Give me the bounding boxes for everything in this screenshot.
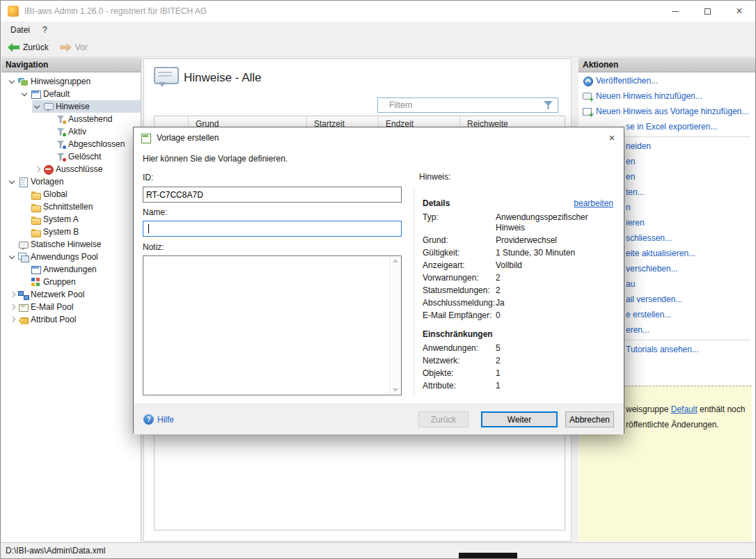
filter-funnel-icon[interactable]	[544, 101, 553, 109]
chevron-collapsed-icon[interactable]	[7, 301, 18, 313]
tree-item-attribut-pool[interactable]: Attribut Pool	[1, 313, 141, 326]
scroll-up-icon	[393, 259, 398, 262]
chevron-collapsed-icon[interactable]	[7, 314, 18, 325]
tree-item-system-b[interactable]: System B	[1, 226, 141, 238]
details-heading: Details	[423, 198, 450, 208]
navigation-header: Navigation	[1, 58, 141, 72]
filter-box	[377, 97, 558, 113]
close-icon: ×	[609, 132, 615, 143]
window-icon	[31, 89, 41, 100]
notiz-textarea[interactable]	[143, 255, 402, 395]
chevron-placeholder	[45, 113, 56, 125]
tree-item-global[interactable]: Global	[1, 188, 141, 200]
dialog-close-button[interactable]: ×	[601, 128, 623, 148]
actions-header: Aktionen	[578, 58, 756, 72]
navigation-tree: Hinweisgruppen Default Hinweise Ausstehe…	[1, 72, 141, 326]
window-controls: ×	[659, 1, 755, 22]
tree-item-anwendungen[interactable]: Anwendungen	[1, 263, 141, 276]
hinweis-label: Hinweis:	[419, 172, 618, 182]
tree-item-ausschluesse[interactable]: Ausschlüsse	[1, 163, 141, 175]
restrictions-grid: Anwendungen:5 Netzwerk:2 Objekte:1 Attri…	[419, 343, 618, 391]
notiz-scrollbar[interactable]	[389, 256, 401, 395]
name-label: Name:	[143, 207, 167, 217]
back-arrow-icon	[8, 43, 19, 52]
chevron-expanded-icon[interactable]	[7, 76, 18, 87]
chevron-collapsed-icon[interactable]	[7, 289, 18, 300]
tree-item-email-pool[interactable]: E-Mail Pool	[1, 301, 141, 313]
dialog-title: Vorlage erstellen	[157, 133, 219, 143]
status-path: D:\IBI-aws\Admin\Data.xml	[6, 546, 105, 556]
speech-bubble-icon	[43, 102, 54, 112]
chevron-placeholder	[19, 264, 31, 275]
hinweis-summary: Hinweis: Details bearbeiten Typ:Anwendun…	[419, 172, 618, 391]
forward-label: Vor	[75, 42, 88, 52]
chevron-placeholder	[45, 139, 56, 150]
tree-item-statische-hinweise[interactable]: Statische Hinweise	[1, 238, 141, 251]
menu-help[interactable]: ?	[36, 22, 54, 38]
id-label: ID:	[143, 173, 153, 182]
template-icon	[18, 177, 29, 187]
tree-item-gruppen[interactable]: Gruppen	[1, 276, 141, 288]
default-group-link[interactable]: Default	[671, 404, 698, 414]
id-input[interactable]	[143, 187, 402, 203]
restrictions-heading: Einschränkungen	[419, 329, 618, 339]
group-icon	[18, 77, 29, 87]
folder-icon	[31, 227, 41, 237]
action-veroeffentlichen[interactable]: Veröffentlichen...	[578, 74, 756, 89]
chevron-placeholder	[45, 151, 56, 162]
hilfe-label: Hilfe	[157, 415, 174, 425]
funnel-icon	[56, 152, 66, 162]
action-hinweis-aus-vorlage[interactable]: Neuen Hinweis aus Vorlage hinzufügen...	[578, 104, 756, 120]
weiter-button[interactable]: Weiter	[481, 411, 558, 427]
chevron-expanded-icon[interactable]	[19, 88, 31, 100]
chevron-collapsed-icon[interactable]	[32, 164, 43, 175]
tree-item-ausstehend[interactable]: Ausstehend	[1, 113, 141, 125]
tree-item-vorlagen[interactable]: Vorlagen	[1, 175, 141, 188]
menu-datei[interactable]: Datei	[4, 22, 36, 38]
maximize-button[interactable]	[691, 1, 723, 22]
tree-item-netzwerk-pool[interactable]: Netzwerk Pool	[1, 288, 141, 301]
back-button[interactable]: Zurück	[8, 42, 49, 52]
tree-item-default[interactable]: Default	[1, 88, 141, 100]
forward-arrow-icon	[60, 43, 72, 52]
tree-item-schnittstellen[interactable]: Schnittstellen	[1, 200, 141, 213]
navigation-panel: Navigation Hinweisgruppen Default Hinwei…	[1, 58, 141, 542]
chevron-placeholder	[45, 126, 56, 137]
tree-item-abgeschlossen[interactable]: Abgeschlossen	[1, 138, 141, 150]
tree-item-system-a[interactable]: System A	[1, 213, 141, 226]
dialog-description: Hier können Sie die Vorlage definieren.	[143, 154, 288, 164]
details-grid: Typ:Anwendungsspezifischer Hinweis Grund…	[419, 212, 618, 321]
tree-item-anwendungs-pool[interactable]: Anwendungs Pool	[1, 251, 141, 263]
dialog-title-bar: Vorlage erstellen ×	[134, 127, 624, 148]
tree-item-hinweise[interactable]: Hinweise	[1, 100, 141, 113]
status-bar: D:\IBI-aws\Admin\Data.xml	[1, 542, 756, 559]
tree-item-aktiv[interactable]: Aktiv	[1, 125, 141, 138]
hilfe-link[interactable]: Hilfe	[143, 414, 174, 425]
tag-icon	[18, 315, 29, 325]
chevron-expanded-icon[interactable]	[32, 101, 43, 112]
abbrechen-button[interactable]: Abbrechen	[565, 411, 614, 427]
name-input[interactable]	[143, 221, 402, 237]
dialog-icon	[141, 133, 151, 143]
tree-item-geloescht[interactable]: Gelöscht	[1, 150, 141, 163]
funnel-icon	[56, 127, 66, 137]
chevron-expanded-icon[interactable]	[7, 251, 18, 262]
filter-input[interactable]	[378, 100, 544, 110]
add-note-icon	[583, 91, 593, 102]
bearbeiten-link[interactable]: bearbeiten	[574, 198, 618, 208]
taskbar-fragment	[459, 553, 517, 559]
menu-bar: Datei ?	[1, 22, 756, 38]
close-button[interactable]: ×	[723, 1, 755, 22]
folder-icon	[31, 214, 41, 225]
folder-icon	[31, 189, 41, 200]
chevron-expanded-icon[interactable]	[7, 176, 18, 187]
toolbar: Zurück Vor	[1, 38, 756, 57]
minimize-button[interactable]	[659, 1, 691, 22]
minimize-icon	[672, 11, 679, 12]
publish-icon	[583, 76, 593, 86]
notiz-label: Notiz:	[143, 242, 164, 252]
text-caret	[148, 224, 149, 233]
page-title: Hinweise - Alle	[184, 71, 262, 85]
tree-item-hinweisgruppen[interactable]: Hinweisgruppen	[1, 75, 141, 88]
action-neuen-hinweis-hinzufuegen[interactable]: Neuen Hinweis hinzufügen...	[578, 89, 756, 104]
